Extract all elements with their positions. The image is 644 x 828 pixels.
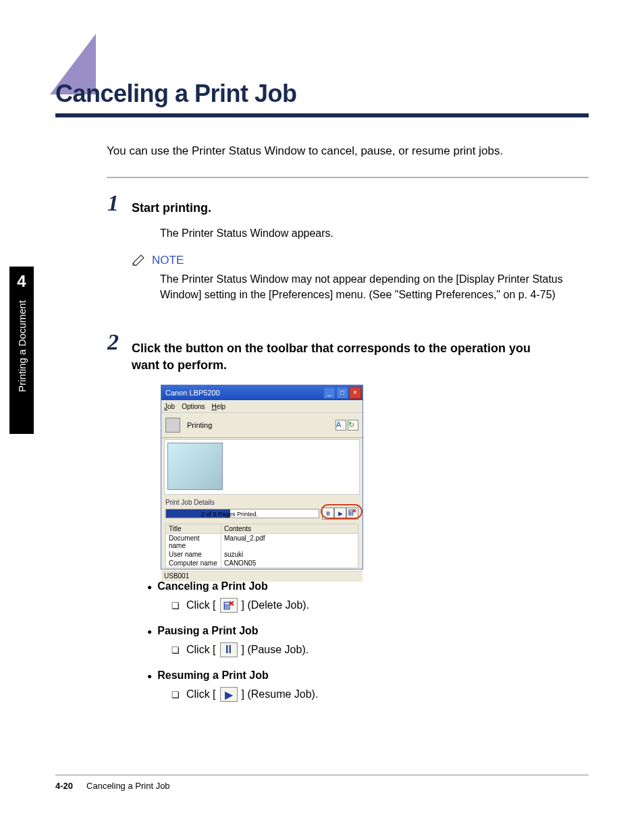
- pause-instruction: Click [ II ] (Pause Job).: [171, 642, 318, 657]
- col-title: Title: [166, 524, 221, 533]
- printer-icon: [165, 418, 180, 433]
- row-value: Manual_2.pdf: [221, 534, 358, 550]
- print-job-details-label: Print Job Details: [161, 496, 363, 506]
- note-label: NOTE: [152, 254, 579, 267]
- note-block: NOTE The Printer Status Window may not a…: [132, 254, 579, 302]
- action-list: Canceling a Print Job Click [ ] (Delete …: [147, 580, 318, 714]
- menu-help[interactable]: HelpHelp: [212, 403, 226, 410]
- table-row: Computer name CANON05: [166, 559, 358, 568]
- intro-text: You can use the Printer Status Window to…: [107, 144, 503, 158]
- cancel-item: Canceling a Print Job Click [ ] (Delete …: [147, 580, 318, 613]
- chapter-label: Printing a Document: [16, 300, 28, 392]
- section-divider: [107, 177, 589, 178]
- job-control-buttons: II ▶: [322, 507, 358, 520]
- footer-title: Canceling a Print Job: [86, 781, 170, 791]
- row-label: Computer name: [166, 559, 221, 568]
- step-2-title: Click the button on the toolbar that cor…: [132, 340, 550, 374]
- page-header: Canceling a Print Job: [55, 34, 589, 117]
- page-number: 4-20: [55, 781, 73, 791]
- job-details-table: Title Contents Document name Manual_2.pd…: [165, 524, 358, 568]
- menu-options[interactable]: Options: [182, 403, 205, 410]
- row-value: suzuki: [221, 550, 358, 559]
- step-1-title: Start printing.: [132, 201, 333, 215]
- info-icon[interactable]: A: [336, 420, 346, 431]
- note-pencil-icon: [132, 254, 146, 266]
- maximize-button[interactable]: □: [336, 387, 348, 399]
- step-1-number: 1: [107, 190, 119, 216]
- menubar: JJobob Options HelpHelp: [161, 400, 363, 412]
- delete-job-icon: [220, 598, 238, 613]
- chapter-number: 4: [17, 272, 26, 291]
- minimize-button[interactable]: _: [323, 387, 336, 399]
- progress-bar: 2 of 5 Pages Printed.: [165, 509, 319, 518]
- row-value: CANON05: [221, 559, 358, 568]
- page-title: Canceling a Print Job: [55, 34, 589, 108]
- step-1: 1 Start printing. The Printer Status Win…: [132, 201, 333, 240]
- resume-item: Resuming a Print Job Click [ ▶ ] (Resume…: [147, 669, 318, 702]
- page-preview-thumbnail: [167, 443, 223, 490]
- table-row: User name suzuki: [166, 550, 358, 559]
- print-preview-pane: [164, 439, 360, 495]
- pause-heading: Pausing a Print Job: [147, 625, 318, 637]
- table-header: Title Contents: [166, 524, 358, 534]
- table-row: Document name Manual_2.pdf: [166, 534, 358, 550]
- delete-job-button[interactable]: [346, 507, 358, 520]
- pause-job-button[interactable]: II: [322, 507, 334, 520]
- printer-status-window-screenshot: Canon LBP5200 _ □ × JJobob Options HelpH…: [161, 385, 363, 570]
- resume-heading: Resuming a Print Job: [147, 669, 318, 682]
- cancel-heading: Canceling a Print Job: [147, 580, 318, 592]
- refresh-icon[interactable]: ↻: [348, 420, 358, 431]
- toolbar: Printing A ↻: [161, 412, 363, 438]
- window-title: Canon LBP5200: [165, 389, 220, 397]
- resume-job-button[interactable]: ▶: [334, 507, 346, 520]
- window-titlebar: Canon LBP5200 _ □ ×: [161, 385, 363, 400]
- cancel-instruction: Click [ ] (Delete Job).: [171, 598, 318, 613]
- pause-job-icon: II: [220, 642, 238, 657]
- printing-status-text: Printing: [187, 421, 212, 429]
- page-footer: 4-20 Canceling a Print Job: [55, 775, 589, 791]
- row-label: User name: [166, 550, 221, 559]
- pause-item: Pausing a Print Job Click [ II ] (Pause …: [147, 625, 318, 657]
- step-2: 2 Click the button on the toolbar that c…: [132, 340, 589, 374]
- col-contents: Contents: [221, 524, 358, 533]
- step-2-number: 2: [107, 329, 119, 355]
- row-label: Document name: [166, 534, 221, 550]
- progress-row: 2 of 5 Pages Printed. II ▶: [161, 506, 363, 521]
- resume-job-icon: ▶: [220, 687, 238, 702]
- resume-instruction: Click [ ▶ ] (Resume Job).: [171, 687, 318, 702]
- note-text: The Printer Status Window may not appear…: [160, 271, 579, 302]
- chapter-tab: 4 Printing a Document: [9, 267, 34, 434]
- close-button[interactable]: ×: [349, 387, 361, 399]
- menu-job[interactable]: JJobob: [164, 403, 175, 410]
- step-1-body: The Printer Status Window appears.: [160, 227, 333, 240]
- progress-text: 2 of 5 Pages Printed.: [201, 509, 258, 519]
- title-underline: [55, 113, 589, 117]
